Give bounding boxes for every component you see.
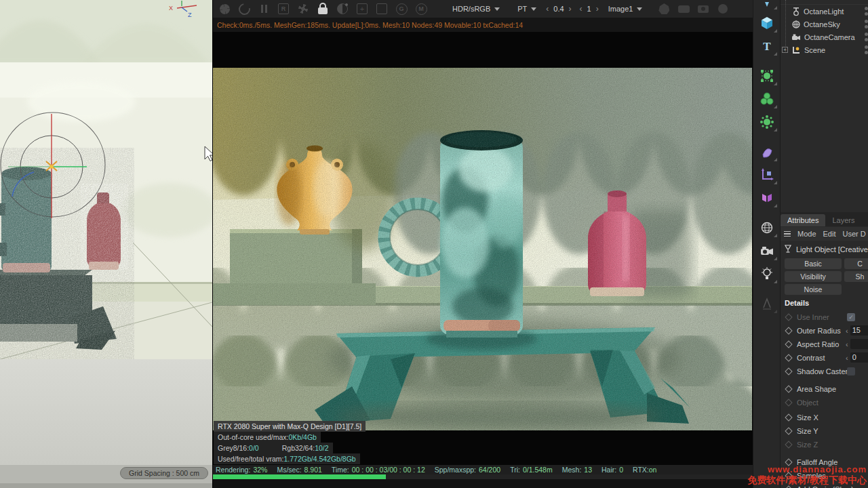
tab-layers[interactable]: Layers xyxy=(825,214,861,226)
material-pen-icon[interactable] xyxy=(755,293,778,314)
subsample-stepper[interactable]: ‹0.4› xyxy=(542,4,575,14)
keyframe-diamond[interactable] xyxy=(785,367,792,375)
add-box-icon[interactable]: + xyxy=(354,2,370,16)
keyframe-diamond[interactable] xyxy=(785,472,792,479)
param-label: Size X xyxy=(797,413,818,422)
colorspace-dropdown[interactable]: HDR/sRGB xyxy=(447,2,505,16)
perspective-viewport[interactable]: X Z Grid Spacing : 500 cm xyxy=(0,0,212,488)
environment-icon[interactable] xyxy=(755,217,778,239)
section-coord[interactable]: C xyxy=(844,258,868,269)
keyframe-diamond[interactable] xyxy=(785,427,792,434)
keyframe-diamond[interactable] xyxy=(785,327,792,334)
render-progress-bar xyxy=(213,474,753,479)
rect-select-icon[interactable] xyxy=(675,2,692,16)
param-label: Samples xyxy=(797,472,826,480)
pause-icon[interactable] xyxy=(256,2,272,16)
gpu-info: RTX 2080 Super with Max-Q Design [D1][7.… xyxy=(214,421,366,432)
keyframe-diamond[interactable] xyxy=(785,413,792,421)
stepper-left[interactable]: ‹ xyxy=(846,354,848,362)
viewport-render: X Z xyxy=(0,0,212,359)
param-label: Shadow Caster xyxy=(797,367,848,375)
pick-material-icon[interactable] xyxy=(334,2,351,16)
pen-partial-icon[interactable] xyxy=(755,1,778,11)
chevron-down-icon xyxy=(531,7,536,11)
axis-z-label: Z xyxy=(188,12,192,18)
keyframe-diamond[interactable] xyxy=(785,441,792,448)
gamma-stepper[interactable]: ‹1› xyxy=(576,4,603,14)
status-rendering: Rendering:32% xyxy=(216,466,267,474)
stage-camera-icon[interactable] xyxy=(755,240,778,262)
right-panel: OctaneLight OctaneSky OctaneCamera xyxy=(780,0,868,488)
shadow-caster-checkbox[interactable] xyxy=(847,367,855,375)
keyframe-diamond[interactable] xyxy=(785,399,792,406)
visibility-dots[interactable] xyxy=(865,45,868,54)
symmetry-icon[interactable] xyxy=(755,187,778,209)
section-noise[interactable]: Noise xyxy=(785,284,842,295)
pass-dropdown[interactable]: Image1 xyxy=(603,2,648,16)
keyframe-diamond[interactable] xyxy=(785,485,792,488)
tab-attributes[interactable]: Attributes xyxy=(781,214,825,226)
region-render-icon[interactable]: R xyxy=(275,2,292,16)
use-inner-checkbox[interactable] xyxy=(847,313,855,321)
out-of-core-info: Out-of-core used/max:0Kb/4Gb xyxy=(214,432,321,443)
keyframe-diamond[interactable] xyxy=(785,313,792,321)
visibility-dots[interactable] xyxy=(865,20,868,28)
polygon-select-icon[interactable] xyxy=(656,2,672,16)
stepper-left[interactable]: ‹ xyxy=(846,327,848,335)
effector-icon[interactable] xyxy=(755,111,778,133)
octane-logo-icon[interactable] xyxy=(216,2,233,16)
status-mssec: Ms/sec:8.901 xyxy=(277,466,321,474)
viewport-scene[interactable]: X Z xyxy=(0,0,212,359)
lock-icon[interactable] xyxy=(315,2,331,16)
outer-radius-field[interactable]: 15 xyxy=(850,325,868,336)
keyframe-diamond[interactable] xyxy=(785,385,792,392)
object-label: Scene xyxy=(804,46,825,54)
buffer-info: Grey8/16: 0/0 Rgb32/64: 10/2 xyxy=(214,443,333,453)
cube-icon[interactable] xyxy=(755,12,778,34)
object-row-octanelight[interactable]: OctaneLight xyxy=(781,5,868,18)
row-contrast: Contrast ‹ 0 xyxy=(781,351,868,365)
hamburger-icon[interactable] xyxy=(784,231,791,237)
layer-box-icon[interactable] xyxy=(374,2,390,16)
g-badge-icon[interactable]: G xyxy=(393,2,410,16)
render-canvas[interactable]: RTX 2080 Super with Max-Q Design [D1][7.… xyxy=(213,32,753,465)
render-window-footer xyxy=(213,479,753,488)
kernel-dropdown[interactable]: PT xyxy=(512,2,542,16)
row-size-z: Size Z xyxy=(781,438,868,451)
visibility-dots[interactable] xyxy=(865,7,868,16)
deformer-icon[interactable] xyxy=(755,141,778,163)
subdivision-icon[interactable] xyxy=(755,65,778,87)
visibility-dots[interactable] xyxy=(865,33,868,41)
menu-mode[interactable]: Mode xyxy=(797,230,816,238)
aspect-ratio-field[interactable] xyxy=(850,339,868,349)
viewport-floor[interactable] xyxy=(0,359,212,465)
section-shadow[interactable]: Sh xyxy=(844,271,868,282)
array-icon[interactable] xyxy=(755,88,778,110)
keyframe-diamond[interactable] xyxy=(785,354,792,361)
contrast-field[interactable]: 0 xyxy=(850,352,868,363)
row-falloff-angle: Falloff Angle xyxy=(781,455,868,469)
keyframe-diamond[interactable] xyxy=(785,458,792,466)
section-basic[interactable]: Basic xyxy=(785,258,842,269)
param-label: Size Z xyxy=(797,441,818,449)
axis-icon[interactable] xyxy=(755,164,778,186)
text-tool-icon[interactable]: T xyxy=(755,35,778,57)
object-row-octanesky[interactable]: OctaneSky xyxy=(781,18,868,30)
menu-edit[interactable]: Edit xyxy=(823,230,836,238)
m-badge-icon[interactable]: M xyxy=(413,2,429,16)
param-label: Aspect Ratio xyxy=(797,340,839,348)
settings-gear-icon[interactable] xyxy=(295,2,311,16)
menu-user-data[interactable]: User D xyxy=(843,230,866,238)
light-icon[interactable] xyxy=(755,263,778,285)
row-area-shape: Area Shape xyxy=(781,382,868,396)
stepper-left[interactable]: ‹ xyxy=(846,340,848,348)
object-row-scene[interactable]: + Scene xyxy=(781,43,868,56)
restart-render-icon[interactable] xyxy=(236,2,252,16)
section-visibility[interactable]: Visibility xyxy=(785,271,842,282)
circle-select-icon[interactable] xyxy=(715,2,731,16)
keyframe-diamond[interactable] xyxy=(785,340,792,348)
expand-icon[interactable]: + xyxy=(782,47,788,53)
sky-object-icon xyxy=(791,20,800,29)
object-row-octanecamera[interactable]: OctaneCamera xyxy=(781,30,868,43)
camera-snapshot-icon[interactable] xyxy=(695,2,711,16)
